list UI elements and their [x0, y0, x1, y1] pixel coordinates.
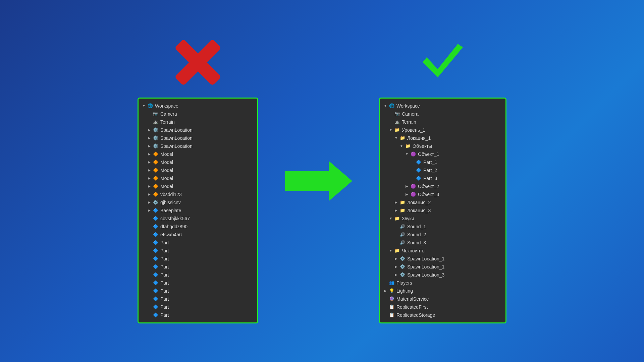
terrain-icon-right: ⛰️: [394, 119, 400, 125]
expand-model4[interactable]: [147, 176, 152, 181]
players-row[interactable]: 👥 Players: [380, 279, 505, 287]
vbs-row[interactable]: 🔶 vbsddl123: [139, 190, 257, 198]
model-icon-4: 🔶: [153, 175, 159, 181]
model3-row[interactable]: 🔶 Model: [139, 166, 257, 174]
expand-workspace-left[interactable]: [141, 103, 147, 109]
part-icon-l8: 🔷: [153, 296, 159, 302]
expand-spawn3[interactable]: [147, 143, 152, 149]
expand-vbs[interactable]: [147, 192, 152, 197]
obekt3-icon: 🟣: [410, 191, 416, 197]
ets-row[interactable]: 🔷 etsvxb456: [139, 231, 257, 239]
part5-row-left[interactable]: 🔷 Part: [139, 271, 257, 279]
expand-uroven[interactable]: [388, 127, 393, 133]
part-icon-l2: 🔷: [153, 248, 159, 254]
part7-row-left[interactable]: 🔷 Part: [139, 287, 257, 295]
camera-row-right[interactable]: 📷 Camera: [380, 110, 505, 118]
part10-row-left[interactable]: 🔷 Part: [139, 311, 257, 319]
obekt2-row[interactable]: 🟣 Объект_2: [380, 182, 505, 190]
expand-obekt3[interactable]: [404, 192, 410, 197]
expand-spawn1[interactable]: [147, 127, 152, 133]
obekt3-row[interactable]: 🟣 Объект_3: [380, 190, 505, 198]
gjh-row[interactable]: ⚙️ gjhlssicnv: [139, 198, 257, 206]
model5-row[interactable]: 🔶 Model: [139, 182, 257, 190]
expand-model3[interactable]: [147, 168, 152, 173]
part1-row-right[interactable]: 🔷 Part_1: [380, 158, 505, 166]
expand-checkpoints[interactable]: [388, 248, 393, 253]
expand-lokaciya2[interactable]: [393, 200, 399, 205]
expand-model5[interactable]: [147, 184, 152, 189]
uroven-row[interactable]: 📁 Уровень_1: [380, 126, 505, 134]
checkpoints-row[interactable]: 📁 Чекпоинты: [380, 247, 505, 255]
baseplate-row[interactable]: 🔷 Baseplate: [139, 206, 257, 215]
expand-gjh[interactable]: [147, 200, 152, 205]
part3-row-left[interactable]: 🔷 Part: [139, 255, 257, 263]
zvuki-row[interactable]: 📁 Звуки: [380, 215, 505, 223]
lokaciya3-row[interactable]: 📁 Локация_3: [380, 206, 505, 215]
part9-row-left[interactable]: 🔷 Part: [139, 303, 257, 311]
left-panel: 🌐 Workspace 📷 Camera ⛰️ Terrain ⚙️ Spawn…: [138, 98, 258, 323]
cbv-row[interactable]: 🔷 cbvsfhjkkk567: [139, 215, 257, 223]
expand-obekt2[interactable]: [404, 184, 410, 189]
spawn3-row[interactable]: ⚙️ SpawnLocation: [139, 142, 257, 150]
part4-row-left[interactable]: 🔷 Part: [139, 263, 257, 271]
arrow-container: [285, 156, 352, 206]
model4-row[interactable]: 🔶 Model: [139, 174, 257, 182]
svg-marker-3: [423, 44, 463, 77]
spawn-r3-row[interactable]: ⚙️ SpawnLocation_3: [380, 271, 505, 279]
expand-spawn-r1[interactable]: [393, 256, 399, 261]
camera-row-left[interactable]: 📷 Camera: [139, 110, 257, 118]
part-icon-l6: 🔷: [153, 280, 159, 286]
terrain-label-left: Terrain: [160, 119, 254, 125]
expand-lokaciya1[interactable]: [393, 135, 399, 141]
expand-lokaciya3[interactable]: [393, 208, 399, 213]
workspace-label-right: Workspace: [396, 103, 502, 109]
lokaciya1-row[interactable]: 📁 Локация_1: [380, 134, 505, 142]
obekty-row[interactable]: 📁 Объекты: [380, 142, 505, 150]
obekty-icon: 📁: [405, 143, 411, 149]
part2-row-left[interactable]: 🔷 Part: [139, 247, 257, 255]
expand-baseplate[interactable]: [147, 208, 152, 213]
terrain-row-right[interactable]: ⛰️ Terrain: [380, 118, 505, 126]
expand-obekty[interactable]: [399, 143, 404, 149]
part3-row-right[interactable]: 🔷 Part_3: [380, 174, 505, 182]
replicatedstorage-row[interactable]: 📋 ReplicatedStorage: [380, 311, 505, 319]
part-icon-r1: 🔷: [416, 159, 422, 165]
part-icon-r2: 🔷: [416, 167, 422, 173]
obekt1-row[interactable]: 🟣 Объект_1: [380, 150, 505, 158]
expand-model1[interactable]: [147, 152, 152, 157]
spawn-r1-row[interactable]: ⚙️ SpawnLocation_1: [380, 255, 505, 263]
sound3-row[interactable]: 🔊 Sound_3: [380, 239, 505, 247]
sound1-row[interactable]: 🔊 Sound_1: [380, 223, 505, 231]
spawn-r2-row[interactable]: ⚙️ SpawnLocation_1: [380, 263, 505, 271]
sound2-row[interactable]: 🔊 Sound_2: [380, 231, 505, 239]
part6-row-left[interactable]: 🔷 Part: [139, 279, 257, 287]
lighting-icon: 💡: [389, 288, 395, 294]
spawn1-row[interactable]: ⚙️ SpawnLocation: [139, 126, 257, 134]
dfa-row[interactable]: 🔷 dfahgddz890: [139, 223, 257, 231]
part8-row-left[interactable]: 🔷 Part: [139, 295, 257, 303]
part2-row-right[interactable]: 🔷 Part_2: [380, 166, 505, 174]
expand-model2[interactable]: [147, 160, 152, 165]
spawn2-row[interactable]: ⚙️ SpawnLocation: [139, 134, 257, 142]
expand-zvuki[interactable]: [388, 216, 393, 221]
expand-obekt1[interactable]: [404, 152, 410, 157]
expand-spawn-r2[interactable]: [393, 264, 399, 269]
lokaciya2-row[interactable]: 📁 Локация_2: [380, 198, 505, 206]
right-workspace-row[interactable]: 🌐 Workspace: [380, 102, 505, 110]
lighting-row[interactable]: 💡 Lighting: [380, 287, 505, 295]
expand-workspace-right[interactable]: [383, 103, 388, 109]
part1-row-left[interactable]: 🔷 Part: [139, 239, 257, 247]
expand-spawn-r3[interactable]: [393, 272, 399, 278]
part-icon-l3: 🔷: [153, 256, 159, 262]
expand-spawn2[interactable]: [147, 135, 152, 141]
lokaciya1-icon: 📁: [399, 135, 406, 141]
replicatedfirst-row[interactable]: 📋 ReplicatedFirst: [380, 303, 505, 311]
terrain-row-left[interactable]: ⛰️ Terrain: [139, 118, 257, 126]
model1-row[interactable]: 🔶 Model: [139, 150, 257, 158]
expand-lighting[interactable]: [383, 288, 388, 294]
players-icon: 👥: [389, 280, 395, 286]
model-icon-5: 🔶: [153, 183, 159, 189]
materialservice-row[interactable]: 🔮 MaterialService: [380, 295, 505, 303]
left-workspace-row[interactable]: 🌐 Workspace: [139, 102, 257, 110]
model2-row[interactable]: 🔶 Model: [139, 158, 257, 166]
